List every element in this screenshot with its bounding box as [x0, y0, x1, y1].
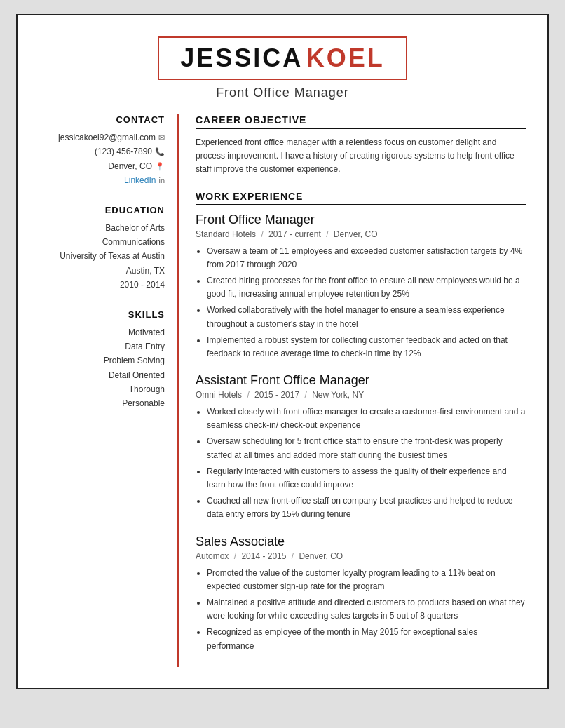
edu-years-text: 2010 - 2014	[39, 278, 165, 292]
job-meta-2: Omni Hotels / 2015 - 2017 / New York, NY	[196, 390, 526, 400]
header-job-title: Front Office Manager	[39, 86, 526, 100]
career-objective-section: CAREER OBJECTIVE Experienced front offic…	[196, 114, 526, 177]
skill-motivated: Motivated	[39, 325, 165, 339]
skill-data-entry: Data Entry	[39, 339, 165, 353]
name-box: JESSICA KOEL	[158, 36, 407, 80]
education-section: EDUCATION Bachelor of Arts Communication…	[39, 205, 165, 292]
contact-section: CONTACT jessicakoel92@gmail.com ✉ (123) …	[39, 114, 165, 188]
period-1: 2017 - current	[268, 229, 321, 239]
divider-3b: /	[292, 551, 297, 561]
job-title-2: Assistant Front Office Manager	[196, 373, 526, 388]
skills-label: SKILLS	[39, 309, 165, 320]
last-name: KOEL	[306, 43, 385, 72]
skills-section: SKILLS Motivated Data Entry Problem Solv…	[39, 309, 165, 411]
bullet-2-2: Oversaw scheduling for 5 front office st…	[207, 435, 526, 461]
phone-text: (123) 456-7890	[95, 144, 152, 159]
bullet-3-1: Promoted the value of the customer loyal…	[207, 567, 526, 593]
bullet-2-1: Worked closely with front office manager…	[207, 405, 526, 432]
company-2: Omni Hotels	[196, 390, 242, 400]
divider-2a: /	[247, 390, 252, 400]
contact-label: CONTACT	[39, 114, 165, 125]
linkedin-item[interactable]: LinkedIn in	[39, 173, 165, 187]
company-1: Standard Hotels	[196, 229, 256, 239]
phone-item: (123) 456-7890 📞	[39, 144, 165, 159]
linkedin-link[interactable]: LinkedIn	[124, 173, 156, 187]
career-objective-label: CAREER OBJECTIVE	[196, 114, 526, 129]
bullets-3: Promoted the value of the customer loyal…	[196, 567, 526, 653]
email-text: jessicakoel92@gmail.com	[58, 130, 156, 144]
email-item: jessicakoel92@gmail.com ✉	[39, 130, 165, 144]
location-item: Denver, CO 📍	[39, 159, 165, 173]
work-experience-section: WORK EXPERIENCE Front Office Manager Sta…	[196, 191, 526, 653]
job-meta-1: Standard Hotels / 2017 - current / Denve…	[196, 229, 526, 239]
education-label: EDUCATION	[39, 205, 165, 215]
bullet-2-3: Regularly interacted with customers to a…	[207, 465, 526, 492]
company-3: Automox	[196, 551, 229, 561]
bullet-1-4: Implemented a robust system for collecti…	[207, 334, 526, 360]
bullets-1: Oversaw a team of 11 employees and excee…	[196, 245, 526, 361]
bullet-3-3: Recognized as employee of the month in M…	[207, 626, 526, 652]
bullet-2-4: Coached all new front-office staff on co…	[207, 494, 526, 521]
main-content: CAREER OBJECTIVE Experienced front offic…	[179, 114, 526, 667]
skill-detail-oriented: Detail Oriented	[39, 368, 165, 382]
bullet-1-3: Worked collaboratively with the hotel ma…	[207, 304, 526, 330]
skill-personable: Personable	[39, 396, 165, 410]
job-meta-3: Automox / 2014 - 2015 / Denver, CO	[196, 551, 526, 561]
divider-2b: /	[304, 390, 309, 400]
location-1: Denver, CO	[334, 229, 378, 239]
sidebar: CONTACT jessicakoel92@gmail.com ✉ (123) …	[39, 114, 179, 667]
first-name: JESSICA	[180, 43, 303, 72]
body-layout: CONTACT jessicakoel92@gmail.com ✉ (123) …	[39, 114, 526, 667]
career-objective-text: Experienced front office manager with a …	[196, 136, 526, 177]
bullets-2: Worked closely with front office manager…	[196, 405, 526, 522]
divider-3a: /	[234, 551, 239, 561]
resume-page: JESSICA KOEL Front Office Manager CONTAC…	[16, 14, 549, 689]
university-text: University of Texas at Austin	[39, 249, 165, 263]
uni-location-text: Austin, TX	[39, 264, 165, 278]
degree-text: Bachelor of Arts	[39, 221, 165, 235]
bullet-1-2: Created hiring processes for the front o…	[207, 274, 526, 301]
job-entry-3: Sales Associate Automox / 2014 - 2015 / …	[196, 534, 526, 653]
bullet-1-1: Oversaw a team of 11 employees and excee…	[207, 245, 526, 271]
period-3: 2014 - 2015	[241, 551, 286, 561]
divider-1a: /	[261, 229, 266, 239]
job-entry-1: Front Office Manager Standard Hotels / 2…	[196, 213, 526, 361]
work-experience-label: WORK EXPERIENCE	[196, 191, 526, 205]
job-entry-2: Assistant Front Office Manager Omni Hote…	[196, 373, 526, 522]
location-icon: 📍	[155, 160, 165, 173]
major-text: Communications	[39, 235, 165, 249]
email-icon: ✉	[158, 131, 165, 144]
bullet-3-2: Maintained a positive attitude and direc…	[207, 596, 526, 623]
phone-icon: 📞	[155, 145, 165, 159]
job-title-3: Sales Associate	[196, 534, 526, 549]
skill-problem-solving: Problem Solving	[39, 353, 165, 368]
location-text: Denver, CO	[108, 159, 152, 173]
location-3: Denver, CO	[299, 551, 343, 561]
location-2: New York, NY	[312, 390, 364, 400]
job-title-1: Front Office Manager	[196, 213, 526, 227]
period-2: 2015 - 2017	[254, 390, 299, 400]
skill-thorough: Thorough	[39, 382, 165, 396]
resume-header: JESSICA KOEL Front Office Manager	[39, 36, 526, 100]
linkedin-icon: in	[158, 174, 165, 187]
divider-1b: /	[326, 229, 331, 239]
